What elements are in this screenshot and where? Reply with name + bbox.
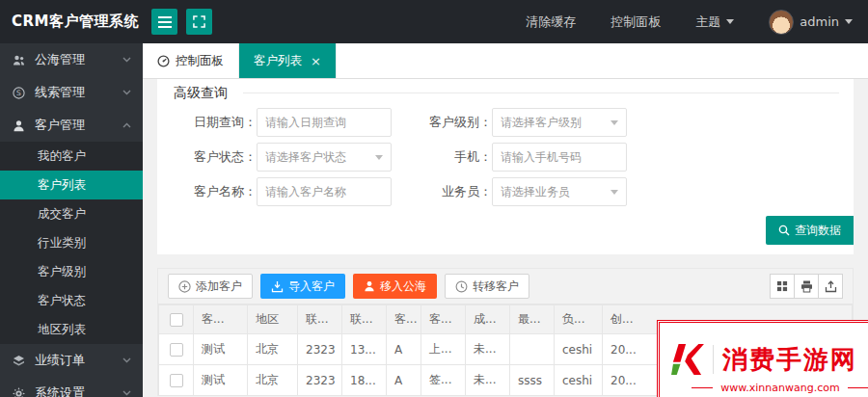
table-cell: ssss bbox=[510, 365, 555, 396]
users-icon bbox=[12, 53, 26, 67]
tab-label: 客户列表 bbox=[254, 53, 302, 69]
layers-icon bbox=[12, 354, 26, 368]
clear-cache-label: 清除缓存 bbox=[526, 13, 576, 31]
sidebar-item-label: 业绩订单 bbox=[35, 352, 122, 369]
column-header[interactable]: 联... bbox=[298, 305, 342, 334]
sidebar-item-public-sea[interactable]: 公海管理 bbox=[0, 43, 143, 76]
column-header[interactable]: 客... bbox=[194, 305, 248, 334]
query-fieldset: 高级查询 日期查询： 客户级别： 请选择客户级别 客户状态： 请选择客户状态 手… bbox=[172, 83, 839, 245]
chevron-down-icon bbox=[122, 390, 131, 396]
sidebar-item-settings[interactable]: 系统设置 bbox=[0, 377, 143, 397]
sidebar-subitem-my-customers[interactable]: 我的客户 bbox=[0, 142, 143, 171]
table-cell: 上... bbox=[421, 334, 466, 365]
row-checkbox[interactable] bbox=[170, 343, 183, 357]
salesman-select[interactable]: 请选择业务员 bbox=[492, 177, 627, 206]
tab-dashboard[interactable]: 控制面板 bbox=[143, 43, 239, 78]
table-cell: 签... bbox=[421, 365, 466, 396]
column-header[interactable]: 客... bbox=[387, 305, 421, 334]
transfer-customer-button[interactable]: 转移客户 bbox=[445, 274, 529, 299]
mobile-input[interactable] bbox=[492, 143, 627, 172]
customer-name-input[interactable] bbox=[257, 177, 392, 206]
clear-cache-link[interactable]: 清除缓存 bbox=[526, 13, 576, 31]
column-header[interactable]: 地区 bbox=[248, 305, 298, 334]
sidebar-item-leads[interactable]: S 线索管理 bbox=[0, 76, 143, 109]
sidebar-subitem-customer-level[interactable]: 客户级别 bbox=[0, 257, 143, 286]
field-label: 日期查询： bbox=[172, 114, 257, 131]
row-checkbox[interactable] bbox=[170, 374, 183, 387]
date-query-input[interactable] bbox=[257, 108, 392, 137]
search-icon bbox=[778, 225, 790, 236]
dash-decoration bbox=[848, 387, 868, 388]
person-icon bbox=[12, 119, 26, 133]
column-header[interactable]: 成... bbox=[466, 305, 510, 334]
watermark-url-row: www.xinnanwang.com bbox=[671, 382, 868, 394]
sidebar-subitem-industry-category[interactable]: 行业类别 bbox=[0, 228, 143, 257]
tab-bar: 控制面板 客户列表 × bbox=[143, 43, 868, 79]
sidebar-item-customers[interactable]: 客户管理 bbox=[0, 109, 143, 142]
add-customer-button[interactable]: 添加客户 bbox=[168, 274, 253, 299]
user-menu[interactable]: admin bbox=[769, 10, 853, 35]
import-customer-button[interactable]: 导入客户 bbox=[260, 274, 345, 299]
svg-text:S: S bbox=[16, 89, 21, 97]
divider bbox=[713, 345, 714, 374]
collapse-sidebar-button[interactable] bbox=[151, 9, 177, 35]
field-label: 手机： bbox=[392, 148, 492, 166]
watermark: 消费手游网 www.xinnanwang.com bbox=[657, 320, 868, 397]
customer-status-select[interactable]: 请选择客户状态 bbox=[257, 143, 392, 172]
search-button-label: 查询数据 bbox=[795, 223, 841, 239]
person-icon bbox=[364, 280, 375, 292]
sidebar-item-label: 线索管理 bbox=[35, 84, 122, 101]
button-label: 转移客户 bbox=[473, 278, 519, 295]
sidebar-subitem-customer-list[interactable]: 客户列表 bbox=[0, 171, 143, 199]
sidebar-subitem-customer-status[interactable]: 客户状态 bbox=[0, 286, 143, 315]
form-row: 日期查询： 客户级别： 请选择客户级别 bbox=[172, 108, 839, 137]
coin-icon: S bbox=[12, 86, 26, 100]
button-label: 移入公海 bbox=[380, 278, 426, 295]
table-cell: 北京 bbox=[248, 365, 298, 396]
filter-columns-button[interactable] bbox=[770, 274, 795, 299]
search-data-button[interactable]: 查询数据 bbox=[766, 216, 854, 245]
plus-circle-icon bbox=[178, 280, 191, 293]
select-placeholder: 请选择客户状态 bbox=[265, 149, 346, 166]
table-cell: 北京 bbox=[248, 334, 298, 365]
sidebar-subitem-closed-customers[interactable]: 成交客户 bbox=[0, 199, 143, 228]
field-label: 业务员： bbox=[392, 183, 492, 200]
username-label: admin bbox=[800, 14, 839, 29]
fullscreen-button[interactable] bbox=[186, 9, 212, 35]
export-button[interactable] bbox=[818, 274, 843, 299]
top-bar: CRM客户管理系统 清除缓存 控制面板 主题 admin bbox=[0, 0, 868, 43]
move-to-public-sea-button[interactable]: 移入公海 bbox=[353, 274, 437, 299]
table-cell: ceshi bbox=[555, 365, 603, 396]
table-cell: 测试 bbox=[194, 365, 248, 396]
tab-label: 控制面板 bbox=[176, 53, 224, 69]
sidebar-item-label: 系统设置 bbox=[35, 384, 122, 397]
print-button[interactable] bbox=[794, 274, 819, 299]
sidebar-item-orders[interactable]: 业绩订单 bbox=[0, 344, 143, 377]
chevron-down-icon bbox=[122, 57, 131, 63]
field-label: 客户名称： bbox=[172, 183, 257, 200]
customer-level-select[interactable]: 请选择客户级别 bbox=[492, 108, 627, 137]
field-label: 客户状态： bbox=[172, 148, 257, 166]
column-header[interactable]: 负... bbox=[555, 305, 603, 334]
chevron-down-icon bbox=[610, 120, 618, 125]
printer-icon bbox=[800, 280, 813, 293]
tab-customer-list[interactable]: 客户列表 × bbox=[239, 43, 337, 78]
chevron-down-icon bbox=[375, 155, 383, 160]
column-header[interactable]: 最... bbox=[510, 305, 555, 334]
form-row: 客户名称： 业务员： 请选择业务员 bbox=[172, 177, 839, 206]
theme-menu[interactable]: 主题 bbox=[695, 13, 734, 31]
top-nav: 清除缓存 控制面板 主题 admin bbox=[526, 10, 868, 35]
dash-decoration bbox=[692, 387, 713, 388]
table-cell: A bbox=[387, 334, 421, 365]
select-all-checkbox[interactable] bbox=[170, 313, 183, 327]
sidebar-subitem-region-list[interactable]: 地区列表 bbox=[0, 315, 143, 344]
button-label: 导入客户 bbox=[288, 278, 335, 295]
brand-logo-icon bbox=[671, 344, 704, 375]
column-header[interactable]: 联... bbox=[342, 305, 387, 334]
control-panel-link[interactable]: 控制面板 bbox=[610, 13, 661, 31]
column-header[interactable]: 客... bbox=[421, 305, 466, 334]
watermark-url: www.xinnanwang.com bbox=[720, 382, 839, 394]
table-cell: 18... bbox=[342, 365, 387, 396]
theme-label: 主题 bbox=[695, 13, 720, 31]
close-icon[interactable]: × bbox=[311, 54, 321, 68]
